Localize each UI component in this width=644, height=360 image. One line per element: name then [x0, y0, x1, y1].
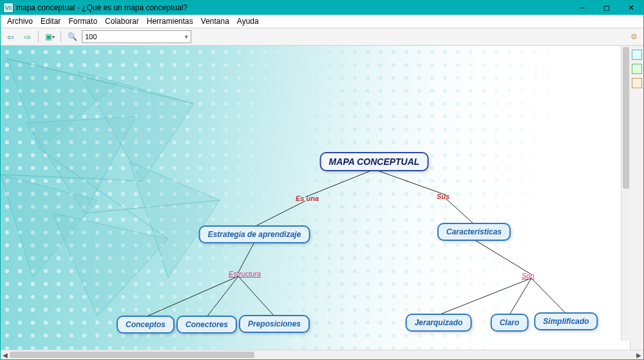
- vertical-scrollbar[interactable]: [621, 46, 630, 341]
- node-preposiciones[interactable]: Preposiciones: [239, 315, 310, 333]
- menu-ventana[interactable]: Ventana: [197, 15, 233, 27]
- node-claro[interactable]: Claro: [491, 314, 529, 332]
- window-title: mapa conceptual - ¿Qué es un mapa concep…: [16, 3, 187, 12]
- toolbar: ⇦ ⇨ ▣▾ 🔍 ▾ ⚙: [1, 28, 643, 46]
- horizontal-scrollbar[interactable]: ◀ ▶: [1, 350, 643, 359]
- app-icon: Vc: [3, 3, 14, 13]
- scroll-left-icon[interactable]: ◀: [1, 352, 10, 359]
- toolbar-separator: [38, 31, 39, 43]
- horizontal-scroll-thumb[interactable]: [10, 352, 254, 358]
- toolbar-separator: [61, 31, 61, 43]
- app-window: Vc mapa conceptual - ¿Qué es un mapa con…: [0, 0, 644, 360]
- node-conectores[interactable]: Conectores: [176, 316, 237, 334]
- node-jerarq[interactable]: Jerarquizado: [406, 314, 472, 332]
- node-simpl[interactable]: Simplificado: [534, 312, 598, 330]
- zoom-tool-button[interactable]: 🔍: [65, 30, 79, 44]
- nav-forward-button[interactable]: ⇨: [20, 30, 34, 44]
- magnifier-icon: 🔍: [68, 32, 77, 41]
- scroll-right-icon[interactable]: ▶: [634, 352, 643, 359]
- nav-back-button[interactable]: ⇦: [3, 30, 17, 44]
- toolbar-extra-button[interactable]: ⚙: [627, 30, 641, 44]
- close-button[interactable]: ✕: [619, 1, 643, 15]
- views-button[interactable]: ▣▾: [43, 30, 57, 44]
- side-tool-list-icon[interactable]: [632, 64, 642, 74]
- node-estrategia[interactable]: Estrategia de aprendizaje: [199, 225, 310, 243]
- title-bar: Vc mapa conceptual - ¿Qué es un mapa con…: [1, 1, 643, 15]
- node-root[interactable]: MAPA CONCEPTUAL: [320, 152, 429, 171]
- zoom-input[interactable]: [82, 30, 191, 43]
- vertical-scroll-thumb[interactable]: [623, 47, 629, 189]
- menu-colaborar[interactable]: Colaborar: [101, 15, 143, 27]
- menu-formato[interactable]: Formato: [64, 15, 101, 27]
- side-tools: [630, 46, 643, 350]
- menu-ayuda[interactable]: Ayuda: [233, 15, 263, 27]
- gear-icon: ⚙: [630, 32, 638, 41]
- node-conceptos[interactable]: Conceptos: [117, 316, 175, 334]
- canvas[interactable]: MAPA CONCEPTUALEstrategia de aprendizaje…: [1, 46, 630, 350]
- arrow-left-icon: ⇦: [7, 32, 14, 42]
- maximize-button[interactable]: ◻: [594, 1, 619, 15]
- node-caract[interactable]: Características: [437, 223, 511, 241]
- menu-editar[interactable]: Editar: [37, 15, 64, 27]
- side-tool-notes-icon[interactable]: [632, 78, 642, 88]
- canvas-area: MAPA CONCEPTUALEstrategia de aprendizaje…: [1, 46, 643, 350]
- views-icon: ▣: [45, 32, 52, 41]
- minimize-button[interactable]: –: [570, 1, 594, 15]
- menu-herramientas[interactable]: Herramientas: [143, 15, 197, 27]
- menu-bar: ArchivoEditarFormatoColaborarHerramienta…: [1, 15, 643, 28]
- background-halftone: [1, 46, 630, 350]
- arrow-right-icon: ⇨: [24, 32, 31, 42]
- side-tool-style-icon[interactable]: [632, 50, 642, 60]
- menu-archivo[interactable]: Archivo: [3, 15, 37, 27]
